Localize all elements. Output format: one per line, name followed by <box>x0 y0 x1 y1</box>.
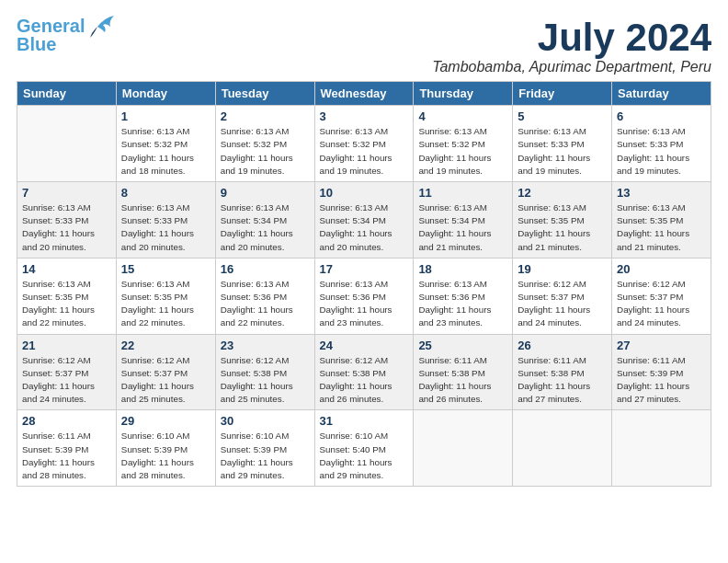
table-row: 31Sunrise: 6:10 AMSunset: 5:40 PMDayligh… <box>314 410 414 487</box>
header-sunday: Sunday <box>17 82 117 106</box>
table-row: 20Sunrise: 6:12 AMSunset: 5:37 PMDayligh… <box>612 258 711 334</box>
day-number: 1 <box>121 109 210 123</box>
table-row: 6Sunrise: 6:13 AMSunset: 5:33 PMDaylight… <box>612 106 711 182</box>
day-info: Sunrise: 6:11 AMSunset: 5:39 PMDaylight:… <box>617 354 706 407</box>
table-row: 8Sunrise: 6:13 AMSunset: 5:33 PMDaylight… <box>116 182 215 259</box>
table-row: 1Sunrise: 6:13 AMSunset: 5:32 PMDaylight… <box>116 106 215 182</box>
day-number: 6 <box>617 109 706 123</box>
header-wednesday: Wednesday <box>314 82 414 106</box>
header-monday: Monday <box>116 82 215 106</box>
table-row: 28Sunrise: 6:11 AMSunset: 5:39 PMDayligh… <box>17 410 117 487</box>
page: GeneralBlue July 2024 Tambobamba, Apurim… <box>0 0 728 496</box>
day-info: Sunrise: 6:13 AMSunset: 5:34 PMDaylight:… <box>221 201 310 254</box>
day-info: Sunrise: 6:10 AMSunset: 5:39 PMDaylight:… <box>121 430 210 482</box>
day-info: Sunrise: 6:13 AMSunset: 5:33 PMDaylight:… <box>22 201 111 254</box>
day-info: Sunrise: 6:13 AMSunset: 5:33 PMDaylight:… <box>617 125 706 178</box>
location-title: Tambobamba, Apurimac Department, Peru <box>432 59 711 75</box>
table-row: 24Sunrise: 6:12 AMSunset: 5:38 PMDayligh… <box>314 334 414 410</box>
day-number: 27 <box>617 339 706 352</box>
table-row: 26Sunrise: 6:11 AMSunset: 5:38 PMDayligh… <box>513 334 612 410</box>
table-row: 14Sunrise: 6:13 AMSunset: 5:35 PMDayligh… <box>17 258 117 334</box>
day-number: 15 <box>121 262 210 276</box>
header-thursday: Thursday <box>414 82 513 106</box>
day-number: 28 <box>22 414 111 428</box>
day-info: Sunrise: 6:12 AMSunset: 5:38 PMDaylight:… <box>320 354 409 407</box>
day-number: 16 <box>221 262 310 276</box>
day-number: 11 <box>418 186 507 200</box>
day-number: 25 <box>418 339 507 352</box>
calendar-table: Sunday Monday Tuesday Wednesday Thursday… <box>17 81 711 487</box>
day-info: Sunrise: 6:10 AMSunset: 5:39 PMDaylight:… <box>221 430 310 482</box>
calendar-header-row: Sunday Monday Tuesday Wednesday Thursday… <box>17 82 711 106</box>
day-number: 23 <box>221 339 310 352</box>
table-row: 2Sunrise: 6:13 AMSunset: 5:32 PMDaylight… <box>215 106 314 182</box>
day-info: Sunrise: 6:13 AMSunset: 5:32 PMDaylight:… <box>121 125 210 178</box>
table-row: 11Sunrise: 6:13 AMSunset: 5:34 PMDayligh… <box>414 182 513 259</box>
table-row: 5Sunrise: 6:13 AMSunset: 5:33 PMDaylight… <box>513 106 612 182</box>
table-row: 25Sunrise: 6:11 AMSunset: 5:38 PMDayligh… <box>414 334 513 410</box>
day-number: 10 <box>320 186 409 200</box>
table-row: 12Sunrise: 6:13 AMSunset: 5:35 PMDayligh… <box>513 182 612 259</box>
calendar-week-row: 1Sunrise: 6:13 AMSunset: 5:32 PMDaylight… <box>17 106 711 182</box>
table-row: 19Sunrise: 6:12 AMSunset: 5:37 PMDayligh… <box>513 258 612 334</box>
day-number: 22 <box>121 339 210 352</box>
day-info: Sunrise: 6:13 AMSunset: 5:36 PMDaylight:… <box>320 278 409 330</box>
table-row: 7Sunrise: 6:13 AMSunset: 5:33 PMDaylight… <box>17 182 117 259</box>
day-number: 17 <box>320 262 409 276</box>
table-row <box>414 410 513 487</box>
day-number: 13 <box>617 186 706 200</box>
day-number: 18 <box>418 262 507 276</box>
day-info: Sunrise: 6:13 AMSunset: 5:35 PMDaylight:… <box>121 278 210 330</box>
table-row: 29Sunrise: 6:10 AMSunset: 5:39 PMDayligh… <box>116 410 215 487</box>
day-info: Sunrise: 6:12 AMSunset: 5:37 PMDaylight:… <box>121 354 210 407</box>
day-info: Sunrise: 6:13 AMSunset: 5:35 PMDaylight:… <box>518 201 607 254</box>
table-row: 4Sunrise: 6:13 AMSunset: 5:32 PMDaylight… <box>414 106 513 182</box>
day-number: 8 <box>121 186 210 200</box>
table-row: 27Sunrise: 6:11 AMSunset: 5:39 PMDayligh… <box>612 334 711 410</box>
table-row: 22Sunrise: 6:12 AMSunset: 5:37 PMDayligh… <box>116 334 215 410</box>
header: GeneralBlue July 2024 Tambobamba, Apurim… <box>17 17 711 75</box>
day-info: Sunrise: 6:12 AMSunset: 5:37 PMDaylight:… <box>518 278 607 330</box>
day-number: 9 <box>221 186 310 200</box>
day-number: 12 <box>518 186 607 200</box>
day-info: Sunrise: 6:13 AMSunset: 5:34 PMDaylight:… <box>418 201 507 254</box>
day-info: Sunrise: 6:13 AMSunset: 5:32 PMDaylight:… <box>221 125 310 178</box>
table-row: 13Sunrise: 6:13 AMSunset: 5:35 PMDayligh… <box>612 182 711 259</box>
header-friday: Friday <box>513 82 612 106</box>
day-info: Sunrise: 6:12 AMSunset: 5:37 PMDaylight:… <box>22 354 111 407</box>
table-row: 17Sunrise: 6:13 AMSunset: 5:36 PMDayligh… <box>314 258 414 334</box>
day-number: 2 <box>221 109 310 123</box>
table-row: 18Sunrise: 6:13 AMSunset: 5:36 PMDayligh… <box>414 258 513 334</box>
day-info: Sunrise: 6:12 AMSunset: 5:37 PMDaylight:… <box>617 278 706 330</box>
day-info: Sunrise: 6:13 AMSunset: 5:32 PMDaylight:… <box>320 125 409 178</box>
day-info: Sunrise: 6:13 AMSunset: 5:36 PMDaylight:… <box>221 278 310 330</box>
day-number: 20 <box>617 262 706 276</box>
day-number: 14 <box>22 262 111 276</box>
day-number: 26 <box>518 339 607 352</box>
table-row: 9Sunrise: 6:13 AMSunset: 5:34 PMDaylight… <box>215 182 314 259</box>
table-row: 21Sunrise: 6:12 AMSunset: 5:37 PMDayligh… <box>17 334 117 410</box>
day-info: Sunrise: 6:13 AMSunset: 5:35 PMDaylight:… <box>22 278 111 330</box>
day-number: 31 <box>320 414 409 428</box>
header-tuesday: Tuesday <box>215 82 314 106</box>
logo-bird-icon <box>88 14 116 40</box>
day-info: Sunrise: 6:12 AMSunset: 5:38 PMDaylight:… <box>221 354 310 407</box>
day-info: Sunrise: 6:11 AMSunset: 5:39 PMDaylight:… <box>22 430 111 482</box>
day-number: 24 <box>320 339 409 352</box>
day-number: 30 <box>221 414 310 428</box>
logo-text: GeneralBlue <box>17 17 85 53</box>
day-number: 7 <box>22 186 111 200</box>
table-row <box>513 410 612 487</box>
logo: GeneralBlue <box>17 17 116 53</box>
table-row: 10Sunrise: 6:13 AMSunset: 5:34 PMDayligh… <box>314 182 414 259</box>
day-info: Sunrise: 6:13 AMSunset: 5:32 PMDaylight:… <box>418 125 507 178</box>
day-number: 3 <box>320 109 409 123</box>
table-row <box>612 410 711 487</box>
table-row: 23Sunrise: 6:12 AMSunset: 5:38 PMDayligh… <box>215 334 314 410</box>
day-info: Sunrise: 6:10 AMSunset: 5:40 PMDaylight:… <box>320 430 409 482</box>
calendar-week-row: 7Sunrise: 6:13 AMSunset: 5:33 PMDaylight… <box>17 182 711 259</box>
day-number: 4 <box>418 109 507 123</box>
table-row: 30Sunrise: 6:10 AMSunset: 5:39 PMDayligh… <box>215 410 314 487</box>
table-row <box>17 106 117 182</box>
day-info: Sunrise: 6:13 AMSunset: 5:36 PMDaylight:… <box>418 278 507 330</box>
